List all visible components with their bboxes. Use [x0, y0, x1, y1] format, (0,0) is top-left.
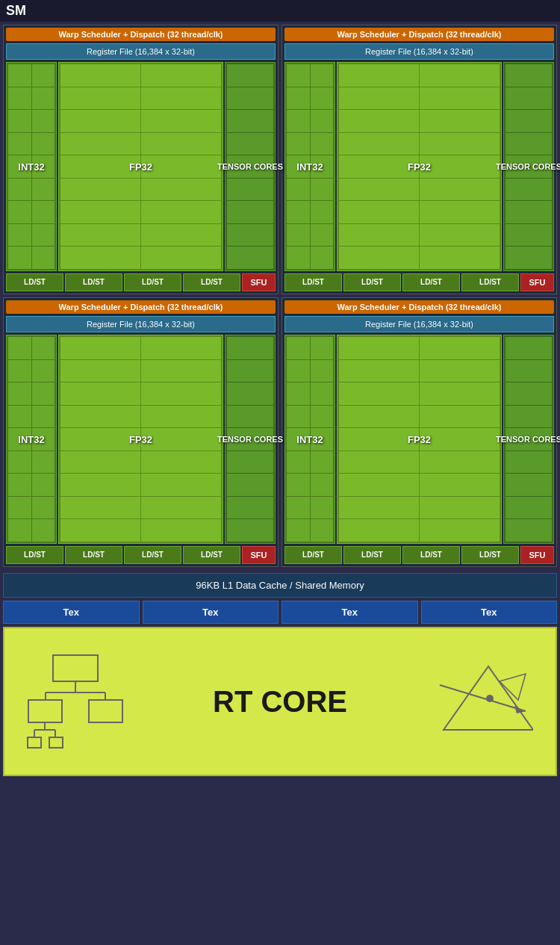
bvh-tree-icon	[27, 651, 124, 752]
ldst-2-1: LD/ST	[284, 273, 342, 291]
cache-section: 96KB L1 Data Cache / Shared Memory	[3, 573, 557, 598]
ldst-3-3: LD/ST	[124, 546, 181, 564]
page-wrapper: SM Warp Scheduler + Dispatch (32 thread/…	[0, 0, 560, 945]
register-file-4: Register File (16,384 x 32-bit)	[284, 316, 554, 332]
tensor-col-1: TENSOR CORES	[225, 62, 276, 271]
ldst-3-4: LD/ST	[183, 546, 240, 564]
int32-col-2: INT32	[284, 62, 335, 271]
tex-unit-3: Tex	[281, 601, 418, 624]
bottom-units-2: LD/ST LD/ST LD/ST LD/ST SFU	[284, 273, 554, 291]
bottom-units-4: LD/ST LD/ST LD/ST LD/ST SFU	[284, 546, 554, 564]
compute-units-4: INT32 FP32	[284, 335, 554, 544]
compute-units-2: INT32 FP32	[284, 62, 554, 271]
ldst-3-2: LD/ST	[65, 546, 122, 564]
fp32-col-2: FP32	[337, 62, 502, 271]
ldst-4-2: LD/ST	[343, 546, 401, 564]
ldst-4-4: LD/ST	[461, 546, 519, 564]
ldst-4-1: LD/ST	[284, 546, 342, 564]
warp-scheduler-3: Warp Scheduler + Dispatch (32 thread/clk…	[6, 300, 276, 314]
ldst-2-2: LD/ST	[343, 273, 401, 291]
compute-units-1: INT32 FP32	[6, 62, 276, 271]
tensor-col-3: TENSOR CORES	[225, 335, 276, 544]
register-file-3: Register File (16,384 x 32-bit)	[6, 316, 276, 332]
bottom-units-3: LD/ST LD/ST LD/ST LD/ST SFU	[6, 546, 276, 564]
page-title: SM	[0, 0, 560, 22]
rt-core-section: RT CORE	[3, 627, 557, 776]
svg-rect-13	[28, 737, 41, 748]
tex-row: Tex Tex Tex Tex	[3, 601, 557, 624]
register-file-1: Register File (16,384 x 32-bit)	[6, 43, 276, 60]
svg-marker-17	[514, 706, 526, 713]
tex-unit-4: Tex	[421, 601, 558, 624]
sfu-4: SFU	[520, 546, 554, 564]
ray-triangle-icon	[436, 663, 533, 740]
tensor-col-4: TENSOR CORES	[503, 335, 554, 544]
register-file-2: Register File (16,384 x 32-bit)	[284, 43, 554, 60]
rt-core-label: RT CORE	[213, 685, 347, 719]
ldst-2-3: LD/ST	[402, 273, 460, 291]
warp-scheduler-1: Warp Scheduler + Dispatch (32 thread/clk…	[6, 28, 276, 41]
quad-3: Warp Scheduler + Dispatch (32 thread/clk…	[3, 297, 279, 567]
quad-1: Warp Scheduler + Dispatch (32 thread/clk…	[3, 25, 279, 294]
warp-scheduler-4: Warp Scheduler + Dispatch (32 thread/clk…	[284, 300, 554, 314]
int32-col-4: INT32	[284, 335, 335, 544]
int32-col-1: INT32	[6, 62, 57, 271]
ldst-3-1: LD/ST	[6, 546, 63, 564]
sfu-1: SFU	[242, 273, 276, 291]
ldst-2-4: LD/ST	[461, 273, 519, 291]
sfu-2: SFU	[520, 273, 554, 291]
quad-2: Warp Scheduler + Dispatch (32 thread/clk…	[281, 25, 557, 294]
fp32-col-3: FP32	[58, 335, 223, 544]
ldst-1-3: LD/ST	[124, 273, 181, 291]
quad-grid: Warp Scheduler + Dispatch (32 thread/clk…	[0, 22, 560, 570]
ldst-1-4: LD/ST	[183, 273, 240, 291]
bottom-units-1: LD/ST LD/ST LD/ST LD/ST SFU	[6, 273, 276, 291]
compute-units-3: INT32 FP32	[6, 335, 276, 544]
ldst-4-3: LD/ST	[402, 546, 460, 564]
svg-rect-14	[49, 737, 63, 748]
tensor-col-2: TENSOR CORES	[503, 62, 554, 271]
quad-4: Warp Scheduler + Dispatch (32 thread/clk…	[281, 297, 557, 567]
fp32-col-1: FP32	[58, 62, 223, 271]
svg-rect-7	[89, 700, 122, 722]
ldst-1-1: LD/ST	[6, 273, 63, 291]
int32-col-3: INT32	[6, 335, 57, 544]
sfu-3: SFU	[242, 546, 276, 564]
tex-unit-1: Tex	[3, 601, 140, 624]
warp-scheduler-2: Warp Scheduler + Dispatch (32 thread/clk…	[284, 28, 554, 41]
ldst-1-2: LD/ST	[65, 273, 122, 291]
svg-line-16	[440, 685, 526, 711]
fp32-col-4: FP32	[337, 335, 502, 544]
svg-rect-6	[28, 700, 62, 722]
tex-unit-2: Tex	[143, 601, 279, 624]
svg-point-18	[486, 695, 494, 702]
svg-rect-0	[53, 655, 98, 681]
